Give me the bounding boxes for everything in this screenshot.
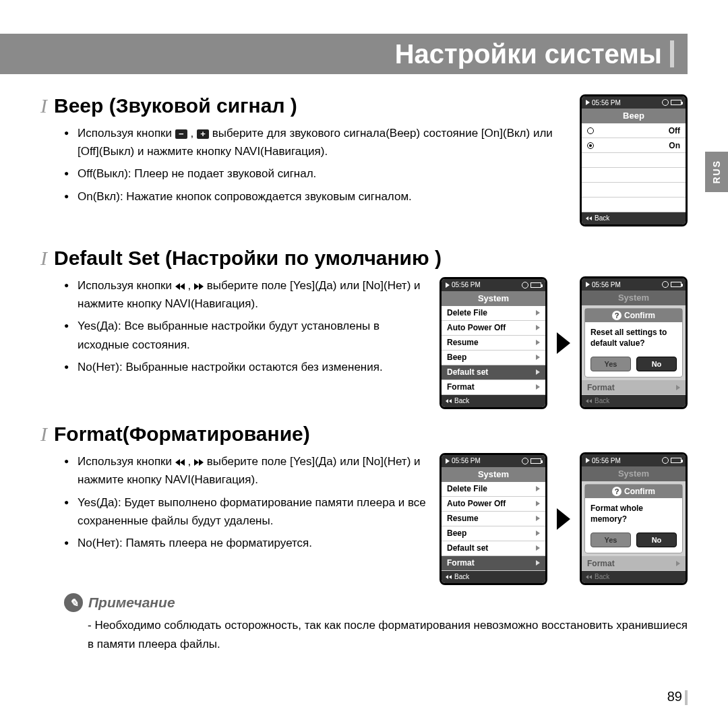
chevron-right-icon	[536, 310, 540, 315]
i-mark-icon: I	[40, 94, 47, 117]
back-button[interactable]: Back	[582, 212, 686, 224]
beep-screen: 05:56 PM Beep Off On Back	[580, 94, 688, 226]
menu-empty	[582, 198, 686, 212]
language-tab: RUS	[705, 152, 728, 192]
menu-empty	[582, 183, 686, 198]
radio-icon	[587, 142, 594, 149]
plus-icon: +	[197, 129, 209, 139]
yes-button[interactable]: Yes	[590, 533, 631, 547]
bullet-item: No(Нет): Память плеера не форматируется.	[64, 534, 433, 552]
menu-item[interactable]: Beep	[442, 526, 545, 541]
menu-item[interactable]: Delete File	[442, 306, 545, 321]
confirm-screen: 05:56 PM System ?Confirm Reset all setti…	[580, 276, 688, 409]
bullet-item: Yes(Да): Все выбранные настройки будут у…	[64, 317, 433, 353]
skip-back-icon	[175, 459, 185, 466]
back-button: Back	[582, 571, 686, 583]
bullet-item: Off(Выкл): Плеер не подает звуковой сигн…	[64, 164, 566, 183]
menu-item-on[interactable]: On	[582, 138, 686, 153]
pencil-icon: ✎	[64, 593, 83, 612]
skip-forward-icon	[194, 283, 204, 290]
confirm-screen: 05:56 PM System ?Confirm Format whole me…	[580, 452, 688, 585]
i-mark-icon: I	[40, 423, 47, 446]
menu-item[interactable]: Beep	[442, 351, 545, 365]
play-icon	[586, 100, 590, 105]
bullet-item: On(Вкл): Нажатие кнопок сопровождается з…	[64, 187, 566, 206]
section-title-default: I Default Set (Настройки по умолчанию )	[40, 247, 688, 270]
question-icon: ?	[612, 311, 621, 320]
dialog-text: Format whole memory?	[585, 498, 682, 530]
i-mark-icon: I	[40, 247, 47, 270]
status-bar: 05:56 PM	[582, 96, 686, 109]
menu-title: Beep	[582, 109, 686, 123]
page-header: Настройки системы	[0, 34, 688, 74]
menu-item[interactable]: Auto Power Off	[442, 497, 545, 512]
menu-item[interactable]: Resume	[442, 336, 545, 351]
bullet-item: Yes(Да): Будет выполнено форматирование …	[64, 493, 433, 530]
menu-empty	[582, 153, 686, 168]
back-button[interactable]: Back	[442, 395, 545, 407]
menu-item[interactable]: Delete File	[442, 482, 545, 497]
menu-empty	[582, 168, 686, 183]
menu-item-off[interactable]: Off	[582, 123, 686, 138]
back-button[interactable]: Back	[442, 571, 545, 583]
note-body: - Необходимо соблюдать осторожность, так…	[88, 616, 688, 653]
no-button[interactable]: No	[636, 357, 677, 371]
section-title-format: I Format(Форматирование)	[40, 423, 688, 446]
menu-item[interactable]: Auto Power Off	[442, 321, 545, 336]
confirm-bar: ?Confirm	[585, 309, 682, 322]
confirm-bar: ?Confirm	[585, 485, 682, 498]
menu-item[interactable]: Default set	[442, 541, 545, 556]
menu-item[interactable]: Format	[442, 380, 545, 395]
back-button: Back	[582, 395, 686, 407]
bullet-item: Используя кнопки , выберите поле [Yes](Д…	[64, 276, 433, 313]
menu-item-selected[interactable]: Default set	[442, 365, 545, 380]
menu-item-selected[interactable]: Format	[442, 556, 545, 571]
arrow-right-icon	[557, 508, 570, 530]
radio-icon	[587, 127, 594, 134]
bullet-item: Используя кнопки − , + выберите для звук…	[64, 124, 566, 160]
divider-icon	[670, 40, 674, 67]
skip-forward-icon	[194, 459, 204, 466]
menu-item[interactable]: Resume	[442, 512, 545, 526]
arrow-right-icon	[557, 332, 570, 354]
minus-icon: −	[175, 129, 187, 139]
note-heading: ✎ Примечание	[64, 593, 688, 612]
question-icon: ?	[612, 487, 621, 496]
bullet-item: No(Нет): Выбранные настройки остаются бе…	[64, 358, 433, 376]
no-button[interactable]: No	[636, 533, 677, 547]
page-number: 89	[667, 689, 688, 705]
page-title: Настройки системы	[395, 39, 662, 69]
battery-icon	[671, 100, 681, 105]
yes-button[interactable]: Yes	[590, 357, 631, 371]
system-screen: 05:56 PM System Delete File Auto Power O…	[439, 453, 547, 585]
system-screen: 05:56 PM System Delete File Auto Power O…	[439, 277, 547, 409]
bullet-item: Используя кнопки , выберите поле [Yes](Д…	[64, 452, 433, 489]
skip-back-icon	[175, 283, 185, 290]
clock-icon	[662, 99, 669, 106]
dialog-text: Reset all settings to default value?	[585, 322, 682, 354]
section-title-beep: I Beep (Звуковой сигнал )	[40, 94, 566, 117]
